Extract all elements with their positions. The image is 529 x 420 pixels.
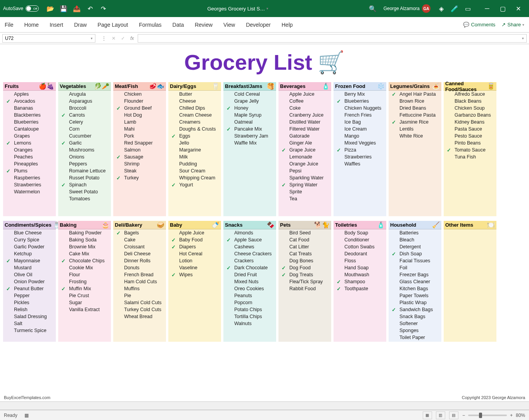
- list-item[interactable]: [278, 306, 331, 313]
- list-item[interactable]: Bleach: [389, 236, 441, 243]
- list-item[interactable]: Frosting: [58, 278, 111, 285]
- list-item[interactable]: Chicken Nuggets: [334, 105, 386, 112]
- list-item[interactable]: [223, 181, 276, 188]
- list-item[interactable]: [389, 188, 441, 195]
- list-item[interactable]: [334, 313, 386, 320]
- list-item[interactable]: [113, 327, 166, 334]
- list-item[interactable]: Shrimp: [113, 160, 166, 167]
- list-item[interactable]: Detergent: [389, 243, 441, 250]
- list-item[interactable]: [223, 195, 276, 202]
- checkbox[interactable]: ✓: [444, 147, 454, 153]
- list-item[interactable]: Foil: [389, 264, 441, 271]
- list-item[interactable]: Orange Juice: [278, 160, 331, 167]
- list-item[interactable]: Mahi: [113, 126, 166, 133]
- list-item[interactable]: [223, 188, 276, 195]
- ribbon-tab-review[interactable]: Review: [195, 22, 213, 28]
- list-item[interactable]: [58, 209, 111, 216]
- list-item[interactable]: Pinto Beans: [444, 139, 496, 146]
- list-item[interactable]: Vanilla Extract: [58, 306, 111, 313]
- list-item[interactable]: ✓Baby Food: [168, 236, 221, 243]
- list-item[interactable]: Relish: [3, 306, 56, 313]
- list-item[interactable]: [58, 202, 111, 209]
- list-item[interactable]: Dinner Rolls: [113, 257, 166, 264]
- list-item[interactable]: Pasta Sauce: [444, 126, 496, 133]
- checkbox[interactable]: ✓: [389, 251, 399, 257]
- list-item[interactable]: Vaseline: [168, 264, 221, 271]
- list-item[interactable]: [444, 278, 496, 285]
- list-item[interactable]: [168, 299, 221, 306]
- list-item[interactable]: Pesto Sauce: [444, 133, 496, 139]
- list-item[interactable]: [113, 334, 166, 341]
- list-item[interactable]: Ham Cold Cuts: [113, 278, 166, 285]
- list-item[interactable]: Plastic Wrap: [389, 299, 441, 306]
- list-item[interactable]: Blue Cheese: [3, 229, 56, 236]
- checkbox[interactable]: ✓: [334, 286, 344, 292]
- list-item[interactable]: [389, 153, 441, 160]
- checkbox[interactable]: ✓: [223, 126, 233, 132]
- list-item[interactable]: Rabbit Food: [278, 285, 331, 292]
- list-item[interactable]: Waffles: [334, 160, 386, 167]
- list-item[interactable]: ✓Toothpaste: [334, 285, 386, 292]
- list-item[interactable]: [389, 181, 441, 188]
- list-item[interactable]: [444, 334, 496, 341]
- list-item[interactable]: [389, 209, 441, 216]
- list-item[interactable]: Salami Cold Cuts: [113, 299, 166, 306]
- list-item[interactable]: [168, 313, 221, 320]
- list-item[interactable]: [389, 146, 441, 153]
- checkbox[interactable]: ✓: [3, 286, 13, 292]
- list-item[interactable]: [444, 299, 496, 306]
- list-item[interactable]: Floss: [334, 257, 386, 264]
- list-item[interactable]: Cat Food: [278, 236, 331, 243]
- list-item[interactable]: Ice Cream: [334, 126, 386, 133]
- list-item[interactable]: Snack Bags: [389, 313, 441, 320]
- list-item[interactable]: Softener: [389, 320, 441, 327]
- checkbox[interactable]: ✓: [223, 237, 233, 243]
- document-title[interactable]: Georges Grocery List S… ▾: [207, 6, 268, 12]
- worksheet[interactable]: Grocery List 🛒 Fruits🍎🍇Apples✓AvocadosBa…: [0, 44, 529, 401]
- list-item[interactable]: [113, 181, 166, 188]
- list-item[interactable]: ✓Angel Hair Pasta: [389, 91, 441, 98]
- list-item[interactable]: Cake Mix: [58, 250, 111, 257]
- list-item[interactable]: Kidney Beans: [444, 119, 496, 126]
- list-item[interactable]: Strawberries: [334, 153, 386, 160]
- list-item[interactable]: Cashews: [223, 243, 276, 250]
- list-item[interactable]: Salad Dressing: [3, 313, 56, 320]
- list-item[interactable]: Berry Mix: [334, 91, 386, 98]
- list-item[interactable]: Ketchup: [3, 250, 56, 257]
- list-item[interactable]: [444, 243, 496, 250]
- checkbox[interactable]: ✓: [3, 140, 13, 146]
- list-item[interactable]: Popcorn: [223, 299, 276, 306]
- list-item[interactable]: Asparagus: [58, 98, 111, 105]
- list-item[interactable]: [168, 188, 221, 195]
- search-icon[interactable]: 🔍: [367, 3, 378, 14]
- list-item[interactable]: [444, 174, 496, 181]
- list-item[interactable]: Mushrooms: [58, 146, 111, 153]
- view-page-layout-button[interactable]: ▥: [436, 411, 445, 419]
- list-item[interactable]: ✓Muffin Mix: [58, 285, 111, 292]
- list-item[interactable]: Flounder: [113, 98, 166, 105]
- list-item[interactable]: Tuna Fish: [444, 153, 496, 160]
- list-item[interactable]: ✓Ground Beef: [113, 105, 166, 112]
- list-item[interactable]: [389, 139, 441, 146]
- list-item[interactable]: ✓Eggs: [168, 133, 221, 139]
- list-item[interactable]: Mixed Veggies: [334, 139, 386, 146]
- list-item[interactable]: Butter: [168, 91, 221, 98]
- list-item[interactable]: Cat Litter: [278, 243, 331, 250]
- list-item[interactable]: Curry Spice: [3, 236, 56, 243]
- list-item[interactable]: Bird Seed: [278, 229, 331, 236]
- ribbon-tab-draw[interactable]: Draw: [74, 22, 87, 28]
- list-item[interactable]: ✓Garlic: [58, 139, 111, 146]
- list-item[interactable]: Mouthwash: [334, 271, 386, 278]
- list-item[interactable]: [168, 327, 221, 334]
- list-item[interactable]: Red Snapper: [113, 139, 166, 146]
- list-item[interactable]: [334, 167, 386, 174]
- list-item[interactable]: [223, 327, 276, 334]
- close-button[interactable]: ✕: [510, 3, 526, 14]
- list-item[interactable]: Coffee: [278, 98, 331, 105]
- list-item[interactable]: Pork: [113, 133, 166, 139]
- list-item[interactable]: Waffle Mix: [223, 139, 276, 146]
- list-item[interactable]: Wheat Bread: [113, 313, 166, 320]
- list-item[interactable]: [168, 285, 221, 292]
- list-item[interactable]: [58, 334, 111, 341]
- list-item[interactable]: Ice Bag: [334, 119, 386, 126]
